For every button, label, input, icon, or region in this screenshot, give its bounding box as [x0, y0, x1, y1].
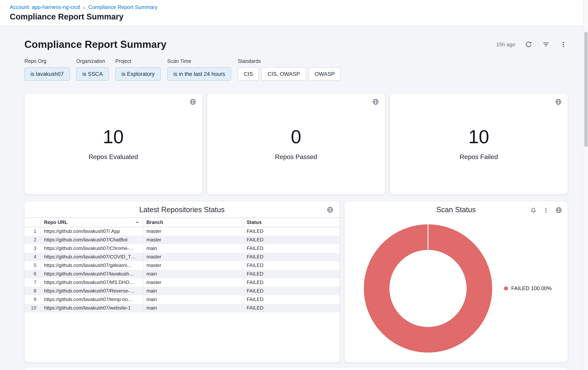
- filter-group-organization: Organizationis SSCA: [76, 59, 109, 81]
- column-label: Status: [247, 220, 262, 225]
- refresh-button[interactable]: [524, 40, 533, 49]
- repo-url-cell: https://github.com/lavakush07/.App: [41, 227, 143, 236]
- table-row[interactable]: 9https://github.com/lavakush07/temp-no…m…: [24, 295, 339, 304]
- tile-globe-button[interactable]: [555, 206, 563, 214]
- filter-label: Standards: [238, 59, 341, 64]
- latest-repositories-card: Latest Repositories Status Repo URL: [24, 201, 339, 362]
- status-cell: FAILED: [243, 261, 339, 270]
- scan-status-card: Scan Status FAILED 100.00%: [344, 201, 568, 362]
- filter-chip-is-in-the-last-24-hours[interactable]: is in the last 24 hours: [167, 67, 231, 81]
- globe-icon: [555, 99, 562, 105]
- page-scrollbar[interactable]: [583, 0, 588, 370]
- top-bar: Account: app-harness-ng-cicd › Complianc…: [0, 0, 588, 26]
- filter-group-scan-time: Scan Timeis in the last 24 hours: [167, 59, 231, 81]
- kebab-menu-icon: [543, 207, 549, 213]
- status-cell: FAILED: [243, 295, 339, 304]
- table-row[interactable]: 4https://github.com/lavakush07/COVID_T…m…: [24, 253, 339, 261]
- table-row[interactable]: 7https://github.com/lavakush07/MS.DHO…ma…: [24, 278, 339, 287]
- repo-url-cell: https://github.com/lavakush07/lavakush…: [41, 270, 143, 278]
- filter-group-repo-org: Repo Orgis lavakush07: [24, 59, 70, 81]
- filter-chip-row: is SSCA: [76, 67, 109, 81]
- table-row[interactable]: 1https://github.com/lavakush07/.Appmaste…: [24, 227, 339, 236]
- breadcrumb-separator-icon: ›: [83, 4, 85, 10]
- table-row[interactable]: 5https://github.com/lavakush07/gitlearni…: [24, 261, 339, 270]
- filter-button[interactable]: [542, 40, 550, 49]
- filter-chip-row: is in the last 24 hours: [167, 67, 231, 81]
- repo-url-cell: https://github.com/lavakush07/Chrome-…: [41, 244, 143, 253]
- refresh-icon: [525, 41, 532, 48]
- tile-globe-button[interactable]: [554, 98, 562, 106]
- donut-seam: [428, 224, 428, 250]
- status-cell: FAILED: [243, 304, 339, 312]
- column-header-repo-url[interactable]: Repo URL: [41, 218, 143, 227]
- globe-icon: [327, 207, 333, 213]
- filter-chip-row: is Exploratory: [115, 67, 161, 81]
- row-number: 8: [24, 287, 41, 295]
- filter-chip-cis[interactable]: CIS: [238, 67, 259, 81]
- table-row[interactable]: 10https://github.com/lavakush07/website-…: [24, 304, 339, 312]
- table-row[interactable]: 6https://github.com/lavakush07/lavakush……: [24, 270, 339, 278]
- tile-globe-button[interactable]: [372, 98, 380, 106]
- column-header-status[interactable]: Status: [243, 218, 339, 227]
- table-row[interactable]: 2https://github.com/lavakush07/ChatBotma…: [24, 236, 339, 244]
- branch-cell: main: [143, 295, 243, 304]
- stat-value: 0: [291, 127, 301, 146]
- branch-cell: main: [143, 270, 243, 278]
- bottom-row: Latest Repositories Status Repo URL: [24, 201, 568, 362]
- row-number: 3: [24, 244, 41, 253]
- branch-cell: master: [143, 236, 243, 244]
- scan-status-donut[interactable]: [364, 224, 492, 352]
- stat-label: Repos Passed: [275, 153, 317, 160]
- branch-cell: main: [143, 244, 243, 253]
- bell-icon: [530, 207, 536, 213]
- kebab-menu-icon: [560, 41, 567, 48]
- status-cell: FAILED: [243, 278, 339, 287]
- breadcrumb: Account: app-harness-ng-cicd › Complianc…: [10, 4, 578, 10]
- alerts-button[interactable]: [530, 206, 537, 214]
- globe-icon: [556, 207, 562, 213]
- column-header-branch[interactable]: Branch: [143, 218, 243, 227]
- stat-value: 10: [103, 127, 124, 146]
- branch-cell: main: [143, 287, 243, 295]
- filter-chip-is-ssca[interactable]: is SSCA: [76, 67, 109, 81]
- status-cell: FAILED: [243, 227, 339, 236]
- filter-group-project: Projectis Exploratory: [115, 59, 161, 81]
- more-options-button[interactable]: [559, 40, 568, 49]
- table-card-title: Latest Repositories Status: [24, 201, 339, 215]
- breadcrumb-current-link[interactable]: Compliance Report Summary: [88, 4, 158, 10]
- repo-url-cell: https://github.com/lavakush07/Reverse-…: [41, 287, 143, 295]
- scrollbar-thumb[interactable]: [584, 32, 588, 147]
- stat-value: 10: [468, 127, 489, 146]
- stat-label: Repos Evaluated: [89, 153, 138, 160]
- tile-menu-button[interactable]: [542, 206, 550, 214]
- legend-label: FAILED 100.00%: [511, 285, 552, 291]
- column-label: Branch: [147, 220, 163, 225]
- dashboard-actions: 15h ago: [496, 40, 568, 49]
- breadcrumb-account-link[interactable]: Account: app-harness-ng-cicd: [10, 4, 80, 10]
- legend-swatch: [504, 286, 508, 290]
- stat-cards-row: 10Repos Evaluated0Repos Passed10Repos Fa…: [24, 93, 568, 194]
- filter-chip-is-lavakush07[interactable]: is lavakush07: [24, 67, 70, 81]
- table-row[interactable]: 8https://github.com/lavakush07/Reverse-……: [24, 287, 339, 295]
- dashboard-header: Compliance Report Summary 15h ago: [24, 37, 568, 51]
- filter-chip-is-exploratory[interactable]: is Exploratory: [115, 67, 161, 81]
- filter-chip-owasp[interactable]: OWASP: [308, 67, 341, 81]
- repo-url-cell: https://github.com/lavakush07/website-1: [41, 304, 143, 312]
- tile-globe-button[interactable]: [326, 206, 334, 214]
- stat-card-repos-failed: 10Repos Failed: [390, 93, 568, 194]
- row-number: 4: [24, 253, 41, 261]
- filter-chip-cis-owasp[interactable]: CIS, OWASP: [262, 67, 306, 81]
- row-number: 10: [24, 304, 41, 312]
- tile-globe-button[interactable]: [189, 98, 197, 106]
- table-row[interactable]: 3https://github.com/lavakush07/Chrome-…m…: [24, 244, 339, 253]
- last-refreshed-label: 15h ago: [496, 41, 515, 47]
- repo-url-cell: https://github.com/lavakush07/temp-no…: [41, 295, 143, 304]
- row-number: 6: [24, 270, 41, 278]
- status-cell: FAILED: [243, 270, 339, 278]
- branch-cell: main: [143, 304, 243, 312]
- status-cell: FAILED: [243, 287, 339, 295]
- filter-icon: [543, 41, 549, 48]
- filter-label: Organization: [76, 59, 109, 64]
- filter-label: Repo Org: [24, 59, 70, 64]
- stat-card-repos-passed: 0Repos Passed: [207, 93, 385, 194]
